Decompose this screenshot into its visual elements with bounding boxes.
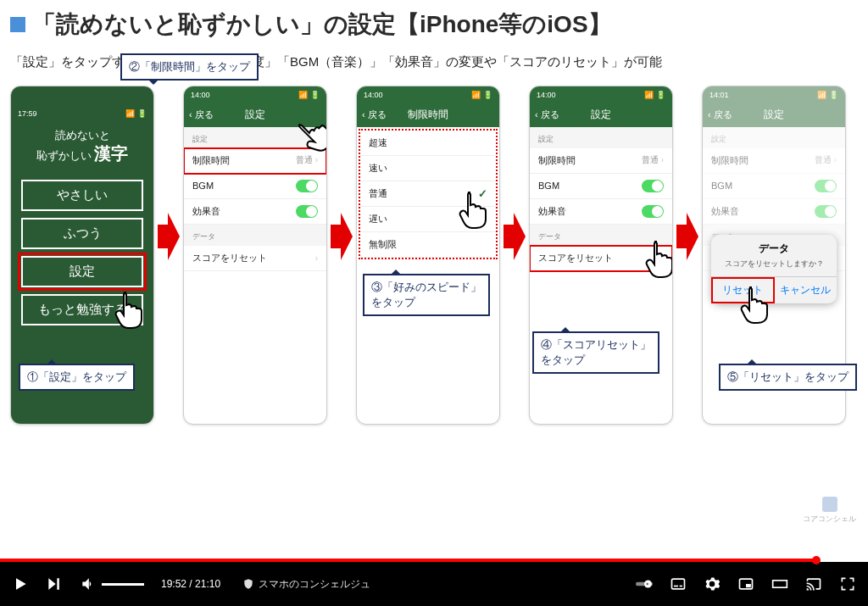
section-header: データ	[184, 225, 326, 246]
speed-option[interactable]: 超速	[360, 131, 496, 156]
toggle-on-icon[interactable]	[815, 205, 837, 218]
normal-button[interactable]: ふつう	[21, 218, 143, 249]
autoplay-toggle[interactable]	[636, 575, 653, 592]
callout-5: ⑤「リセット」をタップ	[719, 364, 857, 391]
nav-title: 設定	[764, 108, 784, 122]
time-limit-row[interactable]: 制限時間普通›	[703, 148, 845, 174]
settings-button[interactable]	[704, 575, 721, 592]
phone-screen-3: 14:00📶 🔋 ‹ 戻る制限時間 超速 速い 普通✓ 遅い 無制限	[356, 86, 500, 425]
phone-screen-2: 14:00📶 🔋 ‹ 戻る設定 設定 制限時間普通› BGM 効果音 データ ス…	[183, 86, 327, 425]
callout-3: ③「好みのスピード」 をタップ	[363, 274, 490, 316]
status-icons: 📶 🔋	[125, 109, 147, 118]
volume-slider[interactable]	[102, 583, 144, 586]
reset-dialog: データ スコアをリセットしますか？ リセット キャンセル	[711, 235, 837, 303]
status-icons: 📶 🔋	[298, 91, 320, 99]
back-button[interactable]: ‹ 戻る	[362, 108, 387, 121]
status-icons: 📶 🔋	[471, 91, 492, 99]
easy-button[interactable]: やさしい	[21, 180, 143, 211]
captions-button[interactable]	[670, 575, 687, 592]
status-time: 14:00	[191, 91, 210, 99]
fullscreen-button[interactable]	[839, 575, 856, 592]
sfx-row[interactable]: 効果音	[184, 199, 326, 225]
back-button[interactable]: ‹ 戻る	[535, 108, 559, 121]
next-button[interactable]	[46, 575, 63, 592]
nav-title: 設定	[591, 108, 611, 122]
pointer-hand-icon	[738, 283, 774, 325]
speed-option[interactable]: 無制限	[360, 232, 496, 258]
bgm-row[interactable]: BGM	[703, 174, 845, 199]
volume-control[interactable]	[80, 575, 144, 592]
play-button[interactable]	[12, 575, 29, 592]
time-limit-row[interactable]: 制限時間普通›	[530, 148, 672, 174]
bgm-row[interactable]: BGM	[184, 174, 326, 199]
phone-screen-4: 14:00📶 🔋 ‹ 戻る設定 設定 制限時間普通› BGM 効果音 データ ス…	[529, 86, 673, 425]
app-logo: 読めないと 恥ずかしい 漢字	[11, 129, 153, 165]
volume-icon	[80, 575, 97, 592]
speed-option[interactable]: 速い	[360, 156, 496, 181]
section-header: 設定	[530, 127, 672, 148]
svg-rect-2	[672, 579, 685, 589]
cancel-button[interactable]: キャンセル	[775, 277, 837, 303]
dialog-message: スコアをリセットしますか？	[711, 259, 837, 270]
dialog-title: データ	[711, 242, 837, 256]
reset-score-row[interactable]: スコアをリセット›	[184, 246, 326, 271]
toggle-on-icon[interactable]	[296, 180, 318, 192]
toggle-on-icon[interactable]	[815, 180, 837, 192]
theater-button[interactable]	[771, 575, 788, 592]
callout-4: ④「スコアリセット」 をタップ	[532, 331, 659, 374]
status-time: 14:01	[709, 91, 729, 99]
shield-icon	[242, 577, 254, 591]
back-button[interactable]: ‹ 戻る	[708, 108, 732, 121]
pointer-hand-icon	[113, 288, 148, 331]
title-marker	[10, 17, 25, 32]
status-time: 14:00	[537, 91, 556, 99]
nav-title: 設定	[245, 108, 265, 122]
svg-rect-3	[674, 586, 678, 587]
miniplayer-button[interactable]	[737, 575, 754, 592]
toggle-on-icon[interactable]	[296, 205, 318, 218]
settings-button[interactable]: 設定	[21, 256, 143, 287]
toggle-on-icon[interactable]	[642, 205, 664, 218]
status-time: 17:59	[18, 109, 37, 118]
watermark: コアコンシェル	[803, 497, 856, 525]
pointer-hand-icon	[643, 237, 673, 280]
callout-2: ②「制限時間」をタップ	[120, 53, 259, 81]
svg-rect-7	[773, 581, 787, 587]
bgm-row[interactable]: BGM	[530, 174, 672, 199]
arrow-icon	[676, 213, 698, 260]
watermark-icon	[822, 497, 837, 512]
callout-1: ①「設定」をタップ	[19, 364, 135, 391]
section-header: 設定	[703, 127, 845, 148]
arrow-icon	[158, 213, 180, 260]
svg-rect-4	[680, 586, 682, 587]
svg-rect-6	[746, 584, 751, 587]
time-display: 19:52 / 21:10	[161, 578, 220, 590]
status-time: 14:00	[364, 91, 383, 99]
status-icons: 📶 🔋	[817, 91, 838, 99]
time-limit-row[interactable]: 制限時間普通›	[184, 148, 326, 174]
slide-title: 「読めないと恥ずかしい」の設定【iPhone等のiOS】	[32, 8, 612, 41]
cast-button[interactable]	[805, 575, 822, 592]
channel-link[interactable]: スマホのコンシェルジュ	[242, 577, 370, 592]
back-button[interactable]: ‹ 戻る	[189, 108, 214, 121]
arrow-icon	[331, 213, 353, 260]
toggle-on-icon[interactable]	[642, 180, 664, 192]
sfx-row[interactable]: 効果音	[703, 199, 845, 225]
arrow-icon	[504, 213, 526, 260]
status-icons: 📶 🔋	[644, 91, 665, 99]
pointer-hand-icon	[457, 188, 492, 231]
sfx-row[interactable]: 効果音	[530, 199, 672, 225]
nav-title: 制限時間	[408, 108, 448, 122]
